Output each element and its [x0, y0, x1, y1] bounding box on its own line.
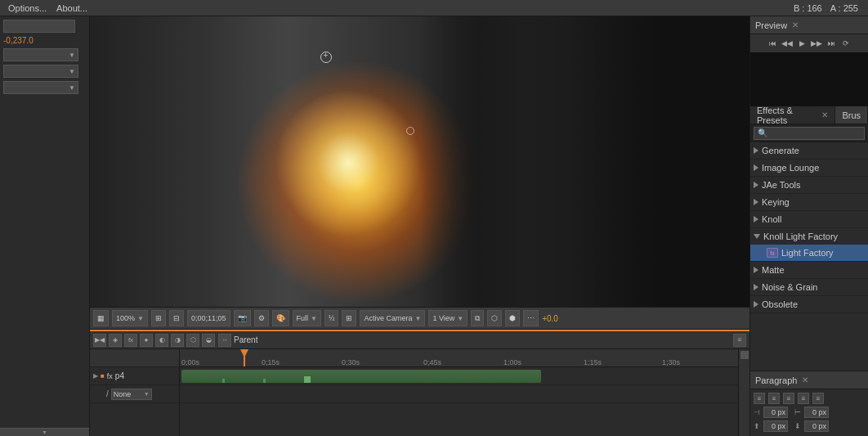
- prev-first-btn[interactable]: ⏮: [767, 38, 778, 49]
- matte-header[interactable]: Matte: [750, 262, 868, 278]
- grid2-btn[interactable]: ⊞: [342, 310, 356, 326]
- timeline-tracks[interactable]: 0;00s 0;15s 0;30s 0;45s 1;00s 1;15s 1;30…: [180, 349, 738, 436]
- indent-right-input[interactable]: [804, 407, 829, 418]
- paragraph-tab-close[interactable]: ✕: [802, 375, 808, 384]
- imagelounge-header[interactable]: Image Lounge: [750, 160, 868, 176]
- expand-collapse-btn[interactable]: ▶◀: [93, 334, 106, 347]
- knolllf-header[interactable]: Knoll Light Factory: [750, 228, 868, 245]
- prev-last-btn[interactable]: ⏭: [825, 38, 837, 49]
- brush-tab[interactable]: Brus: [835, 106, 868, 124]
- indent-left-input[interactable]: [763, 407, 788, 418]
- info-btn[interactable]: ⋯: [523, 310, 539, 326]
- scroll-thumb[interactable]: [740, 351, 749, 359]
- layer1-expand-icon[interactable]: ▶: [93, 372, 98, 380]
- left-dropdown-2[interactable]: ▼: [3, 65, 78, 78]
- knoll-triangle: [754, 216, 758, 222]
- playhead[interactable]: [244, 349, 245, 366]
- indent-right-icon: ⊢: [794, 408, 801, 416]
- effects-tab-close[interactable]: ✕: [821, 110, 828, 119]
- view-dropdown[interactable]: 1 View ▼: [428, 310, 468, 326]
- obsolete-header[interactable]: Obsolete: [750, 296, 868, 312]
- video-clip[interactable]: [181, 370, 541, 383]
- color-values: B : 166 A : 255: [794, 3, 865, 13]
- render-btn[interactable]: ⬡: [487, 310, 502, 326]
- quality-dropdown[interactable]: Full ▼: [293, 310, 321, 326]
- composition-icon-btn[interactable]: ▦: [93, 310, 109, 326]
- shy-btn[interactable]: ◒: [202, 334, 215, 347]
- options-menu[interactable]: Options...: [3, 3, 51, 13]
- effects-presets-tab[interactable]: Effects & Presets ✕: [750, 106, 835, 124]
- top-bar: Options... About... B : 166 A : 255: [0, 0, 868, 16]
- light-factory-name: Light Factory: [781, 248, 834, 258]
- effect-group-keying: Keying: [750, 194, 868, 211]
- timeline-labels: ▶ ■ fx p4 / None ▼: [90, 349, 180, 436]
- noise-triangle: [754, 284, 758, 290]
- preview-tab-label[interactable]: Preview: [755, 20, 787, 30]
- 3d-btn[interactable]: ⬢: [505, 310, 520, 326]
- timeline-menu-btn[interactable]: ≡: [733, 334, 746, 347]
- res-half-btn[interactable]: ½: [324, 310, 339, 326]
- effect-group-imagelounge: Image Lounge: [750, 160, 868, 177]
- preview-tab-close[interactable]: ✕: [792, 20, 799, 29]
- orange-value: -0,237.0: [3, 36, 86, 45]
- layers-btn[interactable]: ⧉: [471, 310, 484, 326]
- keying-header[interactable]: Keying: [750, 194, 868, 210]
- none-dropdown[interactable]: None ▼: [111, 389, 152, 400]
- effect-group-generate: Generate: [750, 142, 868, 160]
- justify-btn[interactable]: ≡: [798, 393, 809, 404]
- camera-dropdown[interactable]: Active Camera ▼: [360, 310, 425, 326]
- safe-zones-btn[interactable]: ⊟: [169, 310, 184, 326]
- ruler-mark-30: 0;30s: [342, 358, 360, 366]
- paragraph-tab-label[interactable]: Paragraph: [755, 375, 797, 385]
- color-mode-btn[interactable]: ⚙: [254, 310, 269, 326]
- light-factory-item[interactable]: fx Light Factory: [750, 245, 868, 261]
- align-right-btn[interactable]: ≡: [783, 393, 794, 404]
- para-align-row: ≡ ≡ ≡ ≡ ≡: [754, 393, 865, 404]
- justify-last-btn[interactable]: ≡: [812, 393, 824, 404]
- obsolete-name: Obsolete: [762, 299, 798, 309]
- lock-btn[interactable]: fx: [124, 334, 137, 347]
- effects-tab-label: Effects & Presets: [757, 106, 818, 125]
- timeline-ruler: 0;00s 0;15s 0;30s 0;45s 1;00s 1;15s 1;30…: [180, 349, 738, 367]
- adjustment-btn[interactable]: ◑: [171, 334, 184, 347]
- video-preview[interactable]: [90, 16, 749, 307]
- quality-arrow: ▼: [311, 315, 317, 322]
- space-before-input[interactable]: [763, 420, 788, 432]
- parent-col-btn[interactable]: ↔: [218, 334, 231, 347]
- prev-forward-btn[interactable]: ▶▶: [811, 38, 822, 49]
- main-content: -0,237.0 ▼ ▼ ▼ ▼: [0, 16, 868, 436]
- video-background: [90, 16, 749, 307]
- zoom-dropdown[interactable]: 100% ▼: [112, 310, 148, 326]
- search-box[interactable]: 🔍: [754, 127, 865, 140]
- frame-blend-btn[interactable]: ◐: [155, 334, 168, 347]
- motion-blur-btn[interactable]: ●: [140, 334, 153, 347]
- left-dropdown-3[interactable]: ▼: [3, 81, 78, 94]
- scroll-down-btn[interactable]: ▼: [0, 428, 89, 436]
- grid-btn[interactable]: ⊞: [151, 310, 166, 326]
- prev-back-btn[interactable]: ◀◀: [781, 38, 793, 49]
- knoll-header[interactable]: Knoll: [750, 211, 868, 227]
- generate-header[interactable]: Generate: [750, 142, 868, 159]
- noise-header[interactable]: Noise & Grain: [750, 279, 868, 295]
- layer1-fx-icon: fx: [107, 372, 113, 380]
- channel-icon[interactable]: 🎨: [272, 310, 289, 326]
- space-after-input[interactable]: [804, 420, 829, 432]
- dropdown-3-label: [7, 83, 9, 92]
- camera-btn[interactable]: 📷: [234, 310, 251, 326]
- left-dropdown-1[interactable]: ▼: [3, 48, 78, 61]
- timeline-scrollbar[interactable]: [738, 349, 749, 436]
- timecode-display[interactable]: 0;00;11;05: [187, 310, 230, 326]
- prev-play-btn[interactable]: ▶: [796, 38, 808, 49]
- prev-loop-btn[interactable]: ⟳: [840, 38, 852, 49]
- track-row-1: [180, 367, 738, 385]
- 3d-layer-btn[interactable]: ⬡: [186, 334, 199, 347]
- align-left-btn[interactable]: ≡: [754, 393, 765, 404]
- layer1-name: p4: [115, 371, 124, 380]
- jaetools-header[interactable]: JAe Tools: [750, 177, 868, 193]
- left-input[interactable]: [3, 20, 75, 33]
- effects-panel: Effects & Presets ✕ Brus 🔍 Generate: [750, 106, 868, 371]
- align-center-btn[interactable]: ≡: [768, 393, 780, 404]
- jaetools-triangle: [754, 182, 758, 188]
- solo-btn[interactable]: ◈: [109, 334, 122, 347]
- about-menu[interactable]: About...: [51, 3, 92, 13]
